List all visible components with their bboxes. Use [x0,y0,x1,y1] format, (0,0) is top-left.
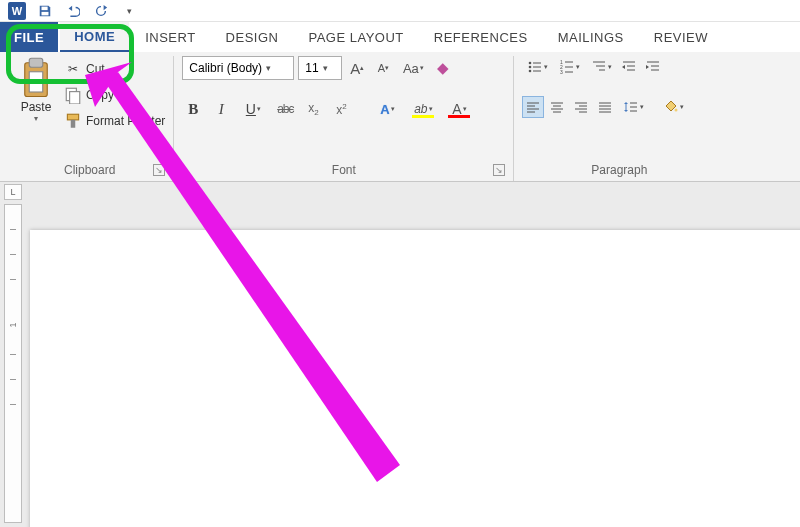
qat-undo-icon[interactable] [64,2,82,20]
group-label-font: Font ↘ [182,160,505,181]
format-painter-icon [64,112,82,130]
clipboard-launcher-icon[interactable]: ↘ [153,164,165,176]
scissors-icon: ✂ [64,60,82,78]
strikethrough-button[interactable]: abc [274,98,296,120]
underline-button[interactable]: U▾ [238,98,268,120]
tab-mailings[interactable]: MAILINGS [544,22,638,52]
cut-button[interactable]: ✂ Cut [64,58,165,80]
group-font: Calibri (Body) ▾ 11 ▾ A▴ A▾ Aa▾ ◆ B I U▾… [174,56,514,181]
svg-rect-8 [71,120,76,128]
line-spacing-button[interactable]: ▾ [618,96,648,118]
group-paragraph: ▾ 123▾ ▾ ▾ ▾ Paragraph [514,56,724,181]
ribbon: Paste ▾ ✂ Cut Copy Form [0,52,800,182]
format-painter-label: Format Painter [86,114,165,128]
paste-dropdown-icon[interactable]: ▾ [34,114,38,123]
svg-rect-6 [70,92,80,104]
highlight-color-button[interactable]: ab▾ [408,98,438,120]
ruler-num: 1 [8,322,18,327]
tab-home[interactable]: HOME [60,22,129,52]
group-label-clipboard: Clipboard ↘ [14,160,165,181]
paste-label: Paste [21,100,52,114]
font-launcher-icon[interactable]: ↘ [493,164,505,176]
group-clipboard: Paste ▾ ✂ Cut Copy Form [6,56,174,181]
superscript-button[interactable]: x2 [330,98,352,120]
cut-label: Cut [86,62,105,76]
eraser-icon: ◆ [437,59,449,77]
qat-customize-icon[interactable]: ▾ [120,2,138,20]
svg-point-9 [529,62,532,65]
vertical-ruler[interactable]: 1 [4,204,22,523]
align-left-button[interactable] [522,96,544,118]
svg-rect-0 [42,6,48,10]
copy-icon [64,86,82,104]
tab-review[interactable]: REVIEW [640,22,722,52]
chevron-down-icon: ▾ [262,63,271,73]
font-name-value: Calibri (Body) [189,61,262,75]
svg-rect-7 [67,114,78,120]
shrink-font-button[interactable]: A▾ [372,57,394,79]
tab-insert[interactable]: INSERT [131,22,209,52]
svg-rect-1 [42,11,49,15]
font-color-button[interactable]: A▾ [444,98,474,120]
align-right-button[interactable] [570,96,592,118]
bullets-button[interactable]: ▾ [522,56,552,78]
tab-page-layout[interactable]: PAGE LAYOUT [294,22,417,52]
subscript-button[interactable]: x2 [302,98,324,120]
svg-rect-3 [29,58,43,67]
qat-save-icon[interactable] [36,2,54,20]
title-bar: W ▾ [0,0,800,22]
paste-icon[interactable] [18,58,54,98]
italic-button[interactable]: I [210,98,232,120]
multilevel-list-button[interactable]: ▾ [586,56,616,78]
shading-button[interactable]: ▾ [658,96,688,118]
grow-font-button[interactable]: A▴ [346,57,368,79]
format-painter-button[interactable]: Format Painter [64,110,165,132]
tab-file[interactable]: FILE [0,22,58,52]
font-size-value: 11 [305,61,318,75]
copy-label: Copy [86,88,114,102]
align-center-button[interactable] [546,96,568,118]
svg-point-50 [674,109,677,112]
tab-design[interactable]: DESIGN [212,22,293,52]
justify-button[interactable] [594,96,616,118]
font-size-combo[interactable]: 11 ▾ [298,56,342,80]
clear-formatting-button[interactable]: ◆ [432,57,454,79]
increase-indent-button[interactable] [642,56,664,78]
text-effects-button[interactable]: A▾ [372,98,402,120]
group-label-paragraph: Paragraph [522,160,716,181]
numbering-button[interactable]: 123▾ [554,56,584,78]
svg-point-10 [529,66,532,69]
word-app-icon: W [8,2,26,20]
chevron-down-icon: ▾ [319,63,328,73]
copy-button[interactable]: Copy [64,84,165,106]
ribbon-tabs: FILE HOME INSERT DESIGN PAGE LAYOUT REFE… [0,22,800,52]
svg-rect-4 [29,71,43,91]
document-page[interactable] [30,230,800,527]
font-name-combo[interactable]: Calibri (Body) ▾ [182,56,294,80]
qat-redo-icon[interactable] [92,2,110,20]
ruler-corner[interactable]: L [4,184,22,200]
tab-references[interactable]: REFERENCES [420,22,542,52]
bold-button[interactable]: B [182,98,204,120]
decrease-indent-button[interactable] [618,56,640,78]
svg-text:3: 3 [560,69,563,75]
svg-point-11 [529,70,532,73]
change-case-button[interactable]: Aa▾ [398,57,428,79]
